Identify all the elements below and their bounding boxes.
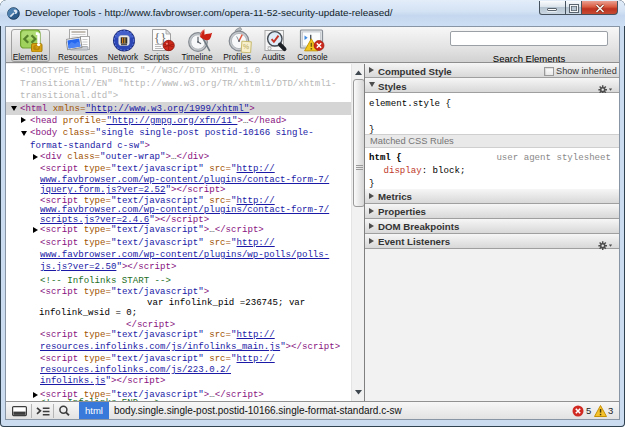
svg-text:%: % [242,43,249,50]
